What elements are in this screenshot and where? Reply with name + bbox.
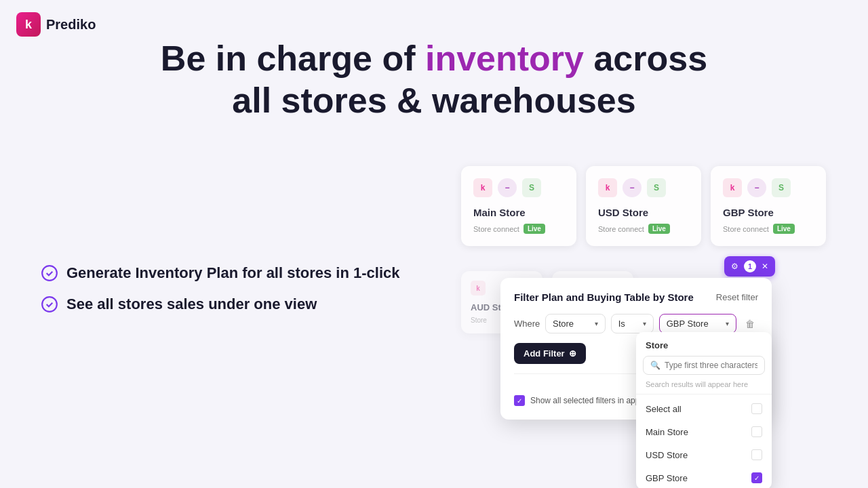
circle-icon-main: − — [498, 178, 517, 197]
filter-is-select[interactable]: Is ▾ — [611, 314, 654, 333]
search-icon: 🔍 — [650, 361, 660, 370]
store-card-icons-main: k − S — [473, 178, 564, 197]
gbp-store-checkbox[interactable]: ✓ — [751, 472, 762, 483]
dropdown-select-all[interactable]: Select all — [636, 397, 772, 420]
filter-icon: ⚙ — [731, 262, 738, 271]
features-list: Generate Inventory Plan for all stores i… — [41, 264, 400, 327]
logo-text: Prediko — [46, 17, 96, 33]
dropdown-search-field[interactable]: 🔍 — [643, 356, 765, 375]
live-badge-gbp: Live — [773, 224, 795, 234]
filter-panel-header: Filter Plan and Buying Table by Store Re… — [514, 291, 758, 303]
shopify-icon-main: S — [522, 178, 541, 197]
shopify-icon-gbp: S — [772, 178, 791, 197]
dropdown-item-gbp-store[interactable]: GBP Store ✓ — [636, 466, 772, 488]
feature-text-1: Generate Inventory Plan for all stores i… — [66, 264, 400, 282]
usd-store-checkbox[interactable] — [751, 449, 762, 460]
store-card-icons-gbp: k − S — [723, 178, 814, 197]
svg-point-1 — [42, 297, 57, 312]
filter-toggle-button[interactable]: ⚙ 1 ✕ — [724, 256, 775, 277]
check-circle-icon-2 — [41, 296, 58, 313]
filter-row: Where Store ▾ Is ▾ GBP Store ▾ 🗑 — [514, 314, 758, 333]
store-cards-row: k − S Main Store Store connect Live k − … — [461, 166, 826, 246]
k-icon-main: k — [473, 178, 492, 197]
app-header: k Prediko — [16, 12, 96, 37]
show-all-label: Show all selected filters in app. — [530, 396, 642, 405]
feature-item-2: See all stores sales under one view — [41, 296, 400, 313]
store-connect-main: Store connect Live — [473, 224, 564, 234]
store-connect-gbp: Store connect Live — [723, 224, 814, 234]
store-card-main: k − S Main Store Store connect Live — [461, 166, 576, 246]
main-store-checkbox[interactable] — [751, 426, 762, 437]
circle-icon-gbp: − — [747, 178, 766, 197]
reset-filter-button[interactable]: Reset filter — [716, 292, 758, 302]
store-dropdown: Store 🔍 Search results will appear here … — [636, 332, 772, 488]
dropdown-item-main-store[interactable]: Main Store — [636, 420, 772, 443]
live-badge-usd: Live — [648, 224, 670, 234]
filter-value-select[interactable]: GBP Store ▾ — [659, 314, 736, 333]
feature-item-1: Generate Inventory Plan for all stores i… — [41, 264, 400, 282]
chevron-down-icon-is: ▾ — [643, 320, 646, 327]
plus-icon: ⊕ — [569, 348, 576, 359]
store-search-input[interactable] — [665, 361, 757, 370]
store-name-gbp: GBP Store — [723, 207, 814, 218]
search-hint-text: Search results will appear here — [636, 380, 772, 394]
store-card-icons-usd: k − S — [598, 178, 689, 197]
circle-icon-usd: − — [623, 178, 642, 197]
feature-text-2: See all stores sales under one view — [66, 296, 317, 313]
k-icon-gbp: k — [723, 178, 742, 197]
filter-delete-button[interactable]: 🗑 — [742, 314, 758, 333]
store-connect-usd: Store connect Live — [598, 224, 689, 234]
svg-point-0 — [42, 266, 57, 281]
add-filter-button[interactable]: Add Filter ⊕ — [514, 343, 586, 364]
filter-panel-title: Filter Plan and Buying Table by Store — [514, 291, 694, 303]
where-label: Where — [514, 319, 540, 329]
store-name-usd: USD Store — [598, 207, 689, 218]
filter-close-icon[interactable]: ✕ — [762, 262, 768, 271]
k-icon-usd: k — [598, 178, 617, 197]
show-all-checkbox[interactable]: ✓ — [514, 395, 525, 406]
store-name-main: Main Store — [473, 207, 564, 218]
filter-count-badge: 1 — [744, 260, 756, 272]
store-card-usd: k − S USD Store Store connect Live — [586, 166, 701, 246]
chevron-down-icon-store: ▾ — [595, 320, 598, 327]
store-card-gbp: k − S GBP Store Store connect Live — [711, 166, 826, 246]
logo-icon: k — [16, 12, 41, 37]
chevron-down-icon-value: ▾ — [726, 320, 729, 327]
k-icon-aud: k — [471, 281, 486, 296]
hero-title: Be in charge of inventory across all sto… — [0, 37, 868, 122]
shopify-icon-usd: S — [647, 178, 666, 197]
dropdown-title: Store — [636, 332, 772, 356]
check-circle-icon-1 — [41, 264, 58, 282]
select-all-checkbox[interactable] — [751, 403, 762, 414]
dropdown-item-usd-store[interactable]: USD Store — [636, 443, 772, 466]
live-badge-main: Live — [524, 224, 545, 234]
filter-store-select[interactable]: Store ▾ — [545, 314, 606, 333]
dropdown-divider — [636, 394, 772, 394]
hero-section: Be in charge of inventory across all sto… — [0, 37, 868, 122]
